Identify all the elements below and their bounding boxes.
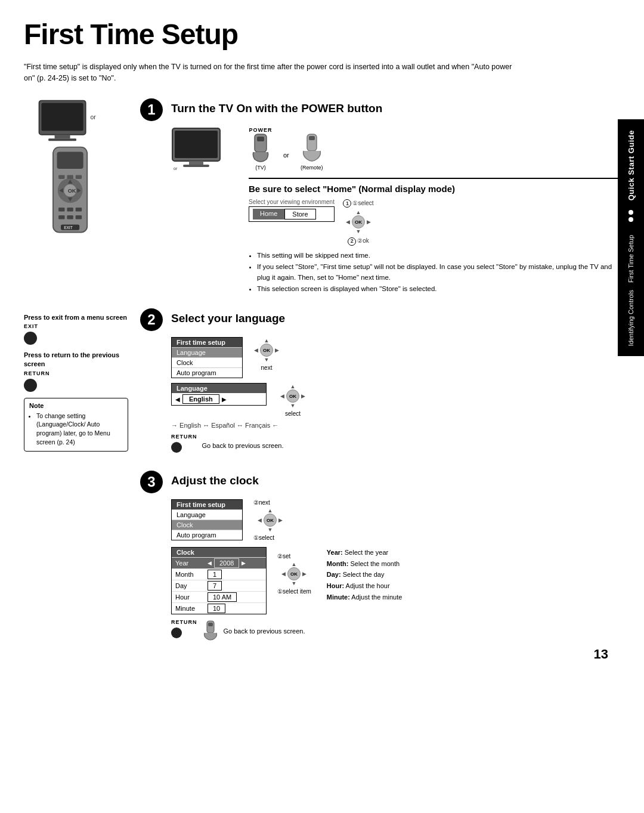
step2-two-col: First time setup Language Clock Auto pro… <box>171 337 620 457</box>
step2-fts-menu: First time setup Language Clock Auto pro… <box>171 337 243 378</box>
step3-ok-button: OK <box>264 514 277 527</box>
clock-month-value: 1 <box>208 570 222 579</box>
desc-minute-row: Minute: Adjust the minute <box>327 592 402 603</box>
lang-select-row: ◀ English ▶ <box>172 393 266 405</box>
svg-rect-33 <box>309 136 315 140</box>
svg-rect-17 <box>58 208 64 212</box>
press-exit-title: Press to exit from a menu screen <box>24 313 128 322</box>
right-column: 1 Turn the TV On with the POWER button <box>140 98 620 657</box>
step3-dpad-area: ②next OK ▲ ▼ ◀ ▶ <box>253 499 287 541</box>
note-title: Note <box>29 402 123 409</box>
clock-year-arrow-left: ◀ <box>208 560 212 566</box>
desc-hour-row: Hour: Adjust the hour <box>327 580 402 592</box>
svg-rect-18 <box>67 208 73 212</box>
home-option: Home <box>253 209 284 220</box>
left-column: or OK <box>24 98 128 657</box>
step3-col-left: First time setup Language Clock Auto pro… <box>171 499 620 643</box>
step2-lang-select-annot: select <box>285 410 301 417</box>
lang-select-title: Language <box>172 384 266 393</box>
step3-return-button <box>171 627 182 638</box>
svg-text:OK: OK <box>67 188 76 194</box>
clock-year-value: 2008 <box>214 558 239 568</box>
return-text-label: RETURN <box>171 434 197 440</box>
note-box: Note To change setting (Language/Clock/ … <box>24 398 128 452</box>
step2-col-left: First time setup Language Clock Auto pro… <box>171 337 620 457</box>
power-row: POWER (TV) <box>249 127 620 171</box>
step1-tv-illustration: or <box>171 127 237 175</box>
step2-lang-ok-dpad: OK ▲ ▼ ◀ ▶ <box>280 383 306 409</box>
svg-text:or: or <box>90 113 96 120</box>
page-container: First Time Setup "First time setup" is d… <box>0 0 644 674</box>
step1-content: or POWER <box>171 127 620 296</box>
clock-minute-value: 10 <box>208 604 225 613</box>
or-label-step1: or <box>283 152 289 171</box>
step3-arrow-right: ▶ <box>278 517 283 523</box>
clock-title: Clock <box>172 548 266 557</box>
svg-rect-27 <box>189 161 203 165</box>
step1-layout: or POWER <box>171 127 620 296</box>
clock-desc: Year: Select the year Month: Select the … <box>327 547 402 602</box>
be-sure-bullet-3: This selection screen is displayed when … <box>257 284 620 294</box>
arrow-right: ▶ <box>367 219 371 225</box>
sidebar-label-1: First Time Setup <box>627 231 634 286</box>
svg-rect-21 <box>67 215 73 220</box>
clock-row-hour: Hour 10 AM <box>172 591 266 602</box>
select-text: ①select <box>352 200 373 206</box>
step3-fts-title: First time setup <box>172 500 242 509</box>
svg-rect-35 <box>208 623 213 626</box>
lang-arrow-left: ◀ <box>175 396 180 403</box>
store-option: Store <box>284 209 315 220</box>
return-hand-icon <box>202 620 219 642</box>
step3-arrow-down: ▼ <box>268 527 273 533</box>
step2-fts-mockup: First time setup Language Clock Auto pro… <box>171 337 620 378</box>
desc-day-label: Day: <box>327 571 341 578</box>
step3-clock-arrow-down: ▼ <box>292 580 297 586</box>
step2-lang-arrow-up: ▲ <box>290 384 296 390</box>
step2-lang-arrow-left: ◀ <box>280 393 284 399</box>
desc-month-row: Month: Select the month <box>327 558 402 570</box>
step1-right: POWER (TV) <box>249 127 620 296</box>
step2-return-row: RETURN Go back to previous screen. <box>171 434 620 457</box>
step2-go-back: Go back to previous screen. <box>202 442 284 449</box>
main-content: or OK <box>24 98 620 657</box>
note-list: To change setting (Language/Clock/ Auto … <box>29 412 123 447</box>
desc-hour-val: Adjust the hour <box>346 582 390 589</box>
be-sure-mockup: Select your viewing environment Home Sto… <box>249 199 620 246</box>
desc-day-val: Select the day <box>343 571 385 578</box>
step2-ok-dpad: OK ▲ ▼ ◀ ▶ <box>253 337 280 363</box>
arrow-up: ▲ <box>356 209 361 215</box>
sidebar-label-2: Identifying Controls <box>627 286 634 350</box>
clock-day-label: Day <box>175 582 205 589</box>
note-item-1: To change setting (Language/Clock/ Auto … <box>36 412 123 447</box>
power-label: POWER <box>249 127 273 133</box>
step2-arrow-right: ▶ <box>275 347 279 353</box>
lang-select-box: Language ◀ English ▶ <box>171 383 267 406</box>
press-return-info: Press to return to the previous screen R… <box>24 351 128 392</box>
press-exit-info: Press to exit from a menu screen EXIT <box>24 313 128 345</box>
exit-label: EXIT <box>24 323 128 329</box>
power-tv-area: POWER (TV) <box>249 127 273 171</box>
step2-lang-dpad-area: OK ▲ ▼ ◀ ▶ select <box>276 383 309 417</box>
clock-row-year: Year ◀ 2008 ▶ <box>172 557 266 568</box>
step2-number: 2 <box>140 308 163 331</box>
step3-fts-mockup: First time setup Language Clock Auto pro… <box>171 499 620 541</box>
desc-year-val: Select the year <box>345 549 388 556</box>
step3-clock-mockup: Clock Year ◀ 2008 ▶ <box>171 547 620 614</box>
sidebar-tab-title: Quick Start Guide <box>627 125 636 205</box>
svg-rect-2 <box>54 134 70 138</box>
step2-header: 2 Select your language <box>140 308 620 331</box>
clock-table: Clock Year ◀ 2008 ▶ <box>171 547 267 614</box>
step3-arrow-up: ▲ <box>268 508 273 514</box>
step3-clock-ok-dpad: OK ▲ ▼ ◀ ▶ <box>281 561 307 587</box>
step3-next-annot: ②next <box>253 499 270 506</box>
power-section: POWER (TV) <box>249 127 620 171</box>
step2-lang-arrow-right: ▶ <box>301 393 305 399</box>
page-number: 13 <box>594 647 608 662</box>
lang-chain: → English ↔ Español ↔ Français ← <box>171 422 620 429</box>
step1-number: 1 <box>140 98 163 121</box>
annot-circle-2: 2 <box>348 237 356 246</box>
step2-fts-item-clock: Clock <box>172 357 242 367</box>
power-remote-area: (Remote) <box>300 133 324 171</box>
clock-month-label: Month <box>175 571 205 578</box>
viewing-env-box: Select your viewing environment Home Sto… <box>249 199 335 222</box>
